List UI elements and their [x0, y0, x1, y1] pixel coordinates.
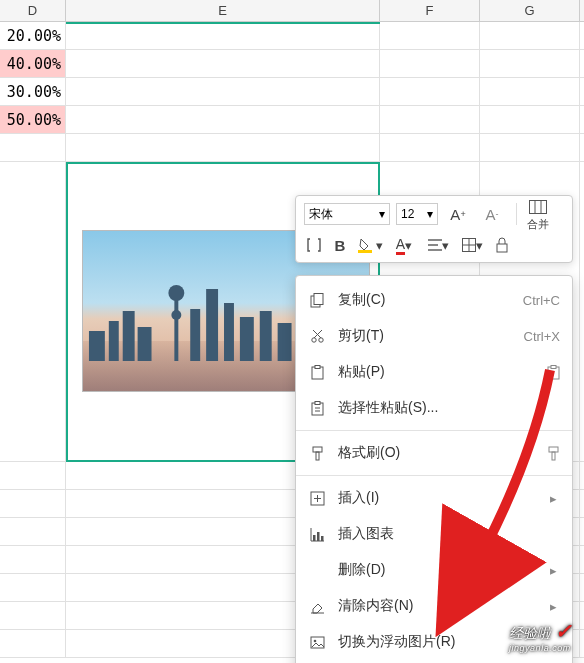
cell-f4[interactable]	[380, 78, 480, 105]
chevron-right-icon: ▸	[546, 599, 560, 614]
spreadsheet-grid: D E F G 20.00% 40.00% 30.00% 50.00%	[0, 0, 584, 663]
cell-d3[interactable]: 40.00%	[0, 50, 66, 77]
svg-point-56	[313, 639, 316, 642]
svg-rect-2	[123, 311, 135, 361]
menu-label: 复制(C)	[338, 291, 511, 309]
svg-point-30	[311, 337, 315, 341]
svg-rect-7	[190, 309, 200, 361]
menu-delete[interactable]: 删除(D) ▸	[296, 552, 572, 588]
format-brackets-icon[interactable]	[304, 235, 324, 255]
menu-label: 格式刷(O)	[338, 444, 534, 462]
cell-f2[interactable]	[380, 22, 480, 49]
image-icon	[308, 633, 326, 651]
font-size: 12	[401, 207, 414, 221]
cell[interactable]	[0, 490, 66, 517]
svg-rect-45	[552, 452, 555, 460]
svg-rect-20	[358, 250, 372, 253]
cell-g5[interactable]	[480, 106, 580, 133]
cell-f6[interactable]	[380, 134, 480, 161]
cell-f5[interactable]	[380, 106, 480, 133]
cell-d5[interactable]: 50.00%	[0, 106, 66, 133]
format-painter-icon	[308, 444, 326, 462]
svg-rect-8	[206, 289, 218, 361]
col-header-g[interactable]: G	[480, 0, 580, 21]
format-painter-side-icon	[546, 446, 560, 461]
cell-e2[interactable]	[66, 22, 380, 49]
svg-rect-27	[497, 244, 507, 252]
copy-icon	[308, 291, 326, 309]
fill-color-button[interactable]: ▾	[356, 235, 384, 255]
cell-d7[interactable]	[0, 162, 66, 461]
cell[interactable]	[0, 574, 66, 601]
cell[interactable]	[0, 630, 66, 657]
cell-g3[interactable]	[480, 50, 580, 77]
font-color-button[interactable]: A▾	[390, 235, 418, 255]
merge-icon[interactable]	[528, 197, 548, 217]
decrease-font-button[interactable]: A-	[478, 204, 506, 224]
svg-rect-11	[260, 311, 272, 361]
menu-cut[interactable]: 剪切(T) Ctrl+X	[296, 318, 572, 354]
cell[interactable]	[0, 546, 66, 573]
cell-e5[interactable]	[66, 106, 380, 133]
menu-paste-special[interactable]: 选择性粘贴(S)...	[296, 390, 572, 426]
cell-g2[interactable]	[480, 22, 580, 49]
menu-float-image[interactable]: 切换为浮动图片(R)	[296, 624, 572, 660]
svg-rect-43	[316, 452, 319, 460]
svg-rect-0	[89, 331, 105, 361]
svg-rect-35	[315, 365, 320, 368]
paste-special-icon	[308, 399, 326, 417]
font-size-select[interactable]: 12 ▾	[396, 203, 438, 225]
menu-paste[interactable]: 粘贴(P)	[296, 354, 572, 390]
col-header-d[interactable]: D	[0, 0, 66, 21]
svg-rect-9	[224, 303, 234, 361]
svg-rect-52	[317, 532, 320, 541]
menu-label: 粘贴(P)	[338, 363, 534, 381]
cell-e6[interactable]	[66, 134, 380, 161]
menu-format-painter[interactable]: 格式刷(O)	[296, 435, 572, 471]
menu-label: 删除(D)	[338, 561, 534, 579]
chevron-right-icon: ▸	[546, 563, 560, 578]
cell-f3[interactable]	[380, 50, 480, 77]
insert-icon	[308, 489, 326, 507]
menu-insert-chart[interactable]: 插入图表	[296, 516, 572, 552]
mini-toolbar: 宋体 ▾ 12 ▾ A+ A- 合并 B ▾	[295, 195, 573, 263]
lock-format-button[interactable]	[492, 235, 512, 255]
col-header-f[interactable]: F	[380, 0, 480, 21]
cell-d2[interactable]: 20.00%	[0, 22, 66, 49]
cell[interactable]	[0, 462, 66, 489]
cell[interactable]	[0, 518, 66, 545]
cell-e3[interactable]	[66, 50, 380, 77]
menu-label: 清除内容(N)	[338, 597, 534, 615]
cell-e4[interactable]	[66, 78, 380, 105]
cell-g6[interactable]	[480, 134, 580, 161]
menu-shortcut: Ctrl+X	[524, 329, 560, 344]
svg-line-32	[314, 330, 322, 338]
svg-rect-53	[321, 536, 324, 541]
row	[0, 134, 584, 162]
menu-clear-content[interactable]: 清除内容(N) ▸	[296, 588, 572, 624]
cell[interactable]	[0, 602, 66, 629]
cell-g4[interactable]	[480, 78, 580, 105]
menu-copy[interactable]: 复制(C) Ctrl+C	[296, 282, 572, 318]
row: 50.00%	[0, 106, 584, 134]
bold-button[interactable]: B	[330, 235, 350, 255]
menu-insert[interactable]: 插入(I) ▸	[296, 480, 572, 516]
merge-label: 合并	[527, 217, 549, 232]
svg-point-6	[171, 310, 181, 320]
svg-rect-39	[315, 401, 320, 404]
svg-point-4	[168, 285, 184, 301]
cell-d4[interactable]: 30.00%	[0, 78, 66, 105]
blank-icon	[308, 561, 326, 579]
align-button[interactable]: ▾	[424, 235, 452, 255]
borders-button[interactable]: ▾	[458, 235, 486, 255]
menu-shortcut: Ctrl+C	[523, 293, 560, 308]
row: 20.00%	[0, 22, 584, 50]
svg-line-33	[313, 330, 321, 338]
separator	[516, 203, 517, 225]
menu-label: 选择性粘贴(S)...	[338, 399, 560, 417]
menu-separator	[296, 475, 572, 476]
font-select[interactable]: 宋体 ▾	[304, 203, 390, 225]
col-header-e[interactable]: E	[66, 0, 380, 21]
increase-font-button[interactable]: A+	[444, 204, 472, 224]
cell-d6[interactable]	[0, 134, 66, 161]
